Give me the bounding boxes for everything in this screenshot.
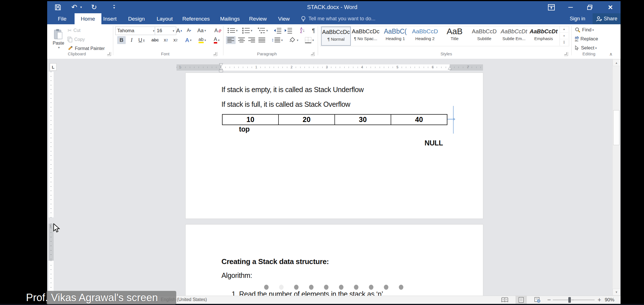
read-mode-button[interactable] [499, 296, 510, 304]
font-size-combo[interactable]: 16 ▾ [155, 27, 176, 35]
zoom-out-button[interactable]: − [545, 296, 553, 304]
strikethrough-button[interactable]: abc [149, 36, 161, 44]
share-button[interactable]: Share [593, 13, 621, 24]
style-normal[interactable]: AaBbCcDc ¶ Normal [321, 27, 351, 46]
zoom-level[interactable]: 90% [605, 297, 614, 303]
tab-design[interactable]: Design [128, 13, 145, 24]
subscript-button[interactable]: x2 [161, 36, 170, 44]
top-pointer-label[interactable]: top [239, 125, 250, 133]
vertical-scrollbar[interactable]: ▲ ▼ [612, 59, 620, 296]
justify-button[interactable] [257, 36, 267, 44]
font-name-combo[interactable]: Tahoma ▾ [115, 27, 156, 35]
web-layout-button[interactable] [532, 296, 543, 304]
tab-review[interactable]: Review [249, 13, 267, 24]
underline-button[interactable]: U▾ [136, 36, 147, 44]
hanging-indent-marker[interactable] [219, 68, 223, 72]
align-right-button[interactable] [247, 36, 256, 44]
page-1[interactable]: If stack is empty, it is called as Stack… [186, 73, 483, 219]
collapse-ribbon-button[interactable]: ∧ [609, 51, 613, 57]
tab-layout[interactable]: Layout [156, 13, 173, 24]
print-layout-button[interactable] [515, 296, 527, 304]
table-cell[interactable]: 10 [223, 115, 278, 125]
paste-button[interactable]: Paste ▾ [51, 26, 66, 52]
first-line-indent-marker[interactable] [219, 63, 223, 67]
doc-line-underflow[interactable]: If stack is empty, it is called as Stack… [221, 86, 364, 94]
stack-table[interactable]: 10 20 30 40 [222, 114, 447, 125]
close-button[interactable]: × [603, 1, 618, 13]
save-button[interactable] [52, 1, 64, 13]
tab-insert[interactable]: Insert [103, 13, 117, 24]
tab-references[interactable]: References [182, 13, 210, 24]
styles-scroll-up-button[interactable]: ▲ [560, 26, 568, 32]
null-label[interactable]: NULL [425, 139, 443, 147]
align-center-button[interactable] [237, 36, 246, 44]
scroll-up-button[interactable]: ▲ [613, 59, 620, 66]
paragraph-dialog-launcher[interactable] [311, 52, 315, 56]
table-cell[interactable]: 20 [278, 115, 334, 125]
zoom-in-button[interactable]: + [596, 296, 603, 304]
doc-line-overflow[interactable]: If stack is full, it is called as Stack … [221, 100, 350, 108]
styles-dialog-launcher[interactable] [564, 52, 568, 56]
doc-line-algorithm[interactable]: Algorithm: [221, 271, 252, 280]
tab-stop-selector[interactable]: L [50, 63, 56, 71]
styles-scroll-down-button[interactable]: ▾ [560, 32, 568, 39]
sign-in-link[interactable]: Sign in [570, 13, 585, 24]
sort-button[interactable]: AZ ↓ [297, 27, 308, 34]
line-spacing-button[interactable]: ↕ ▾ [270, 36, 284, 44]
undo-dropdown[interactable]: ▾ [79, 1, 83, 13]
increase-indent-button[interactable] [283, 27, 293, 34]
copy-button[interactable]: Copy [68, 36, 85, 43]
font-dialog-launcher[interactable] [213, 52, 217, 56]
numbering-button[interactable]: ▾ [241, 27, 254, 34]
zoom-slider-thumb[interactable] [568, 297, 571, 303]
style-heading2[interactable]: AaBbCcD Heading 2 [411, 27, 439, 45]
shading-button[interactable]: ▾ [286, 36, 301, 44]
style-no-spacing[interactable]: AaBbCcDc ¶ No Spac... [351, 27, 380, 45]
show-hide-marks-button[interactable]: ¶ [309, 27, 318, 34]
style-heading1[interactable]: AaBbC( Heading 1 [381, 27, 410, 45]
minimize-button[interactable] [564, 1, 577, 13]
text-effects-button[interactable]: A ▾ [182, 36, 195, 44]
style-subtle-emphasis[interactable]: AaBbCcDt Subtle Em... [500, 27, 528, 45]
decrease-indent-button[interactable] [273, 27, 283, 34]
change-case-button[interactable]: Aa▾ [195, 27, 208, 34]
multilevel-list-button[interactable]: ▾ [256, 27, 269, 34]
replace-button[interactable]: abac Replace [575, 35, 598, 43]
find-button[interactable]: Find ▾ [575, 26, 594, 34]
bold-button[interactable]: B [117, 36, 126, 44]
vertical-ruler[interactable]: 1 [49, 72, 54, 296]
style-subtitle[interactable]: AaBbCcD Subtitle [470, 27, 499, 45]
horizontal-ruler[interactable]: 1 1 2 3 4 5 6 7 [177, 64, 483, 71]
tab-home[interactable]: Home [75, 13, 101, 24]
highlight-button[interactable]: ab ▾ [195, 36, 209, 44]
grow-font-button[interactable]: A▲ [175, 27, 184, 34]
ribbon-display-options-button[interactable] [545, 1, 558, 13]
redo-button[interactable]: ↻ [89, 1, 99, 13]
style-emphasis[interactable]: AaBbCcDt Emphasis [529, 27, 558, 45]
clear-formatting-button[interactable]: A [213, 27, 223, 34]
superscript-button[interactable]: x2 [171, 36, 180, 44]
select-button[interactable]: Select ▾ [575, 44, 597, 52]
restore-button[interactable] [583, 1, 596, 13]
align-left-button[interactable] [226, 36, 236, 44]
italic-button[interactable]: I [128, 36, 135, 44]
style-title[interactable]: AaB Title [440, 27, 469, 45]
table-cell[interactable]: 30 [334, 115, 391, 125]
doc-line-step1[interactable]: 1. Read the number of elements in the st… [232, 290, 383, 296]
scroll-down-button[interactable]: ▼ [613, 289, 620, 295]
clipboard-dialog-launcher[interactable] [107, 52, 111, 56]
undo-button[interactable]: ↶ [69, 1, 79, 13]
cut-button[interactable]: ✂ Cut [68, 27, 80, 34]
tab-view[interactable]: View [278, 13, 290, 24]
styles-more-button[interactable]: ▾ [560, 39, 568, 46]
tab-file[interactable]: File [58, 13, 67, 24]
bullets-button[interactable]: ▾ [226, 27, 239, 34]
shrink-font-button[interactable]: A▾ [184, 27, 193, 34]
tab-mailings[interactable]: Mailings [220, 13, 240, 24]
customize-quick-access-button[interactable]: ▾ [110, 1, 118, 13]
borders-button[interactable]: ▾ [302, 36, 317, 44]
table-cell[interactable]: 40 [391, 115, 447, 125]
doc-heading-creating-stack[interactable]: Creating a Stack data structure: [221, 257, 329, 266]
scrollbar-thumb[interactable] [613, 110, 619, 145]
tell-me-box[interactable]: Tell me what you want to do... [308, 13, 375, 24]
